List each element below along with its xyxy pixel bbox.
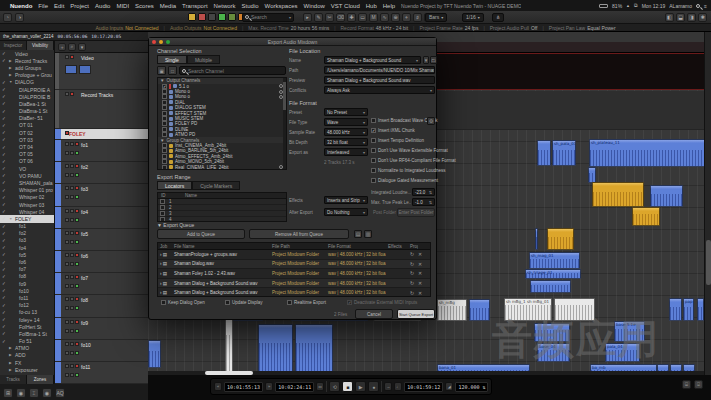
track-search-icon[interactable]: ⌕ bbox=[68, 43, 76, 51]
menu-midi[interactable]: MIDI bbox=[116, 3, 129, 9]
track-header-fo1[interactable]: fo1 bbox=[55, 140, 148, 162]
setup-window-icon[interactable]: ✱ bbox=[698, 13, 707, 22]
name-field[interactable]: Shaman Dialog + Background Sound▾ bbox=[324, 56, 421, 64]
checkbox-insert-tempo-definition[interactable]: Insert Tempo Definition bbox=[371, 138, 424, 143]
queue-load-icon[interactable]: ▥ bbox=[364, 230, 372, 238]
queue-row[interactable]: › ▤Shaman Dialog + Background Sound.wavP… bbox=[158, 279, 430, 289]
track-header-fo7[interactable]: fo7 bbox=[55, 273, 148, 295]
visibility-item-ot-02[interactable]: ✓OT 02 bbox=[0, 129, 54, 136]
audio-event[interactable] bbox=[530, 280, 571, 293]
select-tool-icon[interactable]: ▸ bbox=[303, 13, 312, 22]
tab-visibility[interactable]: Visibility bbox=[27, 41, 54, 50]
audio-event[interactable] bbox=[225, 318, 233, 372]
export-queue-header[interactable]: ▼ Export Queue bbox=[157, 222, 194, 228]
visibility-item-fo12[interactable]: ✓fo12 bbox=[0, 302, 54, 309]
visibility-item-folhert-st[interactable]: ✓FolHert St bbox=[0, 323, 54, 330]
audio-event[interactable]: pap bbox=[683, 298, 694, 321]
track-header-fo2[interactable]: fo2 bbox=[55, 162, 148, 184]
checkbox-dialogue-gated-measurement[interactable]: Dialogue Gated Measurement bbox=[371, 178, 438, 183]
delete-job-icon[interactable]: ✕ bbox=[416, 261, 424, 267]
checkbox-update-display[interactable]: Update Display bbox=[225, 300, 263, 305]
preset-select[interactable]: No Preset▾ bbox=[324, 108, 368, 116]
menu-hub[interactable]: Hub bbox=[366, 3, 377, 9]
visibility-item-fo1[interactable]: ✓fo1 bbox=[0, 223, 54, 230]
record-mode-icon[interactable]: ◉ bbox=[16, 388, 26, 398]
menu-network[interactable]: Network bbox=[214, 3, 236, 9]
monitor-mode-icon[interactable]: ◉ bbox=[42, 388, 52, 398]
punch-in-icon[interactable]: ⚏ bbox=[316, 382, 324, 391]
bit-depth-select[interactable]: 32 bit float▾ bbox=[324, 138, 368, 146]
visibility-item-record-tracks[interactable]: ✓▶Record Tracks bbox=[0, 57, 54, 64]
visibility-item-fo3[interactable]: ✓fo3 bbox=[0, 237, 54, 244]
checkbox-realtime-export[interactable]: Realtime Export bbox=[287, 300, 326, 305]
visibility-item-fo10[interactable]: ✓fo10 bbox=[0, 287, 54, 294]
tempo-track-icon[interactable]: ◢ bbox=[445, 382, 453, 391]
window-zones-right-icon[interactable]: ◨ bbox=[687, 13, 696, 22]
mute-tool-icon[interactable]: M bbox=[369, 13, 378, 22]
menu-workspaces[interactable]: Workspaces bbox=[265, 3, 298, 9]
visibility-item-fo4[interactable]: ✓fo4 bbox=[0, 244, 54, 251]
rerun-export-icon[interactable]: ↻ bbox=[408, 280, 416, 286]
export-range-tab-cycle-markers[interactable]: Cycle Markers bbox=[192, 181, 240, 190]
playhead-position-time[interactable]: 10:01:59:12 bbox=[404, 382, 443, 392]
checkbox-insert-ixml-chunk[interactable]: ✓Insert iXML Chunk bbox=[371, 128, 415, 133]
grid-type-select[interactable]: Bars▾ bbox=[425, 13, 447, 22]
visibility-item-shaman-pala[interactable]: ✓SHAMAN_pala bbox=[0, 179, 54, 186]
deselect-all-channels-icon[interactable]: □ bbox=[168, 66, 177, 75]
right-locator-time[interactable]: 10:02:24:11 bbox=[275, 382, 314, 392]
follow-playhead-button[interactable]: → bbox=[384, 382, 392, 391]
erase-tool-icon[interactable]: ⌫ bbox=[336, 13, 345, 22]
visibility-item-ot-03[interactable]: ✓OT 03 bbox=[0, 136, 54, 143]
audio-event[interactable] bbox=[592, 182, 644, 207]
state-button-0[interactable] bbox=[188, 13, 196, 21]
track-filter-icon[interactable]: ▾ bbox=[78, 43, 86, 51]
status-project-audio-pull[interactable]: Project Audio PullOff bbox=[490, 25, 538, 31]
tab-zones[interactable]: Zones bbox=[27, 375, 54, 384]
channel-item[interactable]: Real_CINEMA_LIFE_24bit bbox=[158, 164, 286, 169]
visibility-item-exposurer[interactable]: ▶Exposurer bbox=[0, 366, 54, 373]
audio-event[interactable]: sh_pala_01 bbox=[552, 140, 576, 166]
visibility-item-fo-51[interactable]: ✓Fo 51 bbox=[0, 338, 54, 345]
track-header-fo10[interactable]: fo10 bbox=[55, 340, 148, 362]
visibility-item-atmo[interactable]: ▶ATMO bbox=[0, 345, 54, 352]
visibility-item-fo5[interactable]: ✓fo5 bbox=[0, 251, 54, 258]
tab-inspector[interactable]: Inspector bbox=[0, 41, 27, 50]
channel-tree-scrollbar[interactable] bbox=[283, 78, 286, 169]
state-button-4[interactable] bbox=[228, 13, 236, 21]
zoom-tool-icon[interactable]: ⊕ bbox=[391, 13, 400, 22]
visibility-item-whisper-01-pro[interactable]: ✓Whisper 01 pro bbox=[0, 187, 54, 194]
visibility-item-fx[interactable]: ▶FX bbox=[0, 359, 54, 366]
menu-vst-cloud[interactable]: VST Cloud bbox=[331, 3, 360, 9]
visibility-item-fo2[interactable]: ✓fo2 bbox=[0, 230, 54, 237]
audio-event[interactable] bbox=[632, 207, 660, 226]
track-header-foley[interactable]: FOLEY bbox=[55, 129, 148, 140]
quantize-select[interactable]: 1/16▾ bbox=[462, 13, 484, 22]
metronome-button[interactable]: ♩ bbox=[394, 382, 402, 391]
visibility-item-fo9[interactable]: ✓fo9 bbox=[0, 280, 54, 287]
window-zones-lower-icon[interactable]: ⬓ bbox=[676, 13, 685, 22]
bwf-settings-gear-icon[interactable]: ⚙ bbox=[427, 117, 435, 125]
visibility-item-vo-pamu[interactable]: ✓VO PAMU bbox=[0, 172, 54, 179]
tab-tracks[interactable]: Tracks bbox=[0, 375, 27, 384]
track-header-fo6[interactable]: fo6 bbox=[55, 251, 148, 273]
grid-view-icon[interactable]: ⊞ bbox=[3, 388, 13, 398]
visibility-item-diabea-1-st[interactable]: ✓DiaBea-1 St bbox=[0, 100, 54, 107]
channel-selection-tab-single[interactable]: Single bbox=[157, 55, 187, 64]
menu-help[interactable]: Help bbox=[383, 3, 395, 9]
visibility-item-ot-01[interactable]: ✓OT 01 bbox=[0, 122, 54, 129]
toolbar-search[interactable]: Search ▾ bbox=[242, 13, 294, 22]
audio-event[interactable]: base 5.1e bbox=[614, 321, 645, 342]
visibility-item-fo-cu-13[interactable]: ✓fo-cu 13 bbox=[0, 309, 54, 316]
visibility-item-ot-05[interactable]: ✓OT 05 bbox=[0, 151, 54, 158]
effects-select[interactable]: Inserts and Strip▾ bbox=[324, 196, 368, 204]
cycle-button[interactable]: ⟲ bbox=[329, 381, 340, 392]
goto-left-locator-button[interactable]: « bbox=[214, 382, 222, 391]
menu-studio[interactable]: Studio bbox=[242, 3, 259, 9]
audio-event[interactable] bbox=[588, 167, 596, 183]
rerun-export-icon[interactable]: ↻ bbox=[408, 261, 416, 267]
visibility-item-ot-04[interactable]: ✓OT 04 bbox=[0, 143, 54, 150]
file-type-select[interactable]: Wave▾ bbox=[324, 118, 368, 126]
status-audio-inputs[interactable]: Audio InputsNot Connected bbox=[95, 25, 158, 31]
status-record-format[interactable]: Record Format48 kHz - 24 bit bbox=[341, 25, 409, 31]
audio-event[interactable]: sh_plateau_11 bbox=[589, 139, 710, 167]
